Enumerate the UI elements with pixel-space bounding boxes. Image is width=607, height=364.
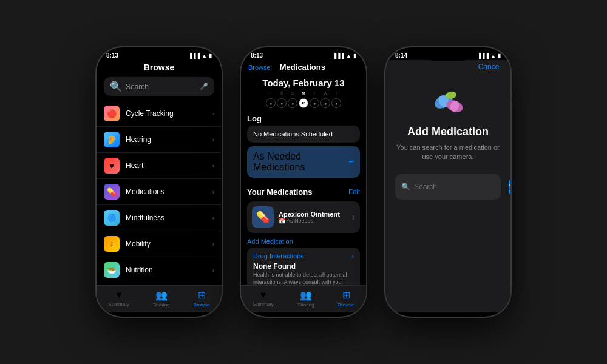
browse-title: Browse [97,60,222,77]
nutrition-label: Nutrition [126,266,212,274]
phone1-content: Browse 🔍 Search 🎤 🔴 Cycle Tracking › [97,60,222,312]
summary-label-2: Summary [253,302,274,307]
med-chevron: › [352,212,355,223]
med-name: Apexicon Ointment [279,211,347,218]
cal-dot-5[interactable]: ● [310,98,319,108]
add-medication-button[interactable]: Add Medication [247,235,360,248]
tab-bar-2: ♥ Summary 👥 Sharing ⊞ Browse [241,285,366,312]
nav-title-2: Medications [280,62,325,72]
search-icon-1: 🔍 [110,81,122,92]
search-input-3[interactable] [414,183,505,191]
browse-item-cycle-tracking[interactable]: 🔴 Cycle Tracking › [97,101,222,127]
tab-browse-1[interactable]: ⊞ Browse [194,289,210,308]
no-meds-label: No Medications Scheduled [253,130,333,138]
cal-dot-7[interactable]: ● [331,98,341,108]
status-icons-1: ▐▐▐ ▲ ▮ [188,53,212,59]
notch-2 [279,47,328,61]
camera-button[interactable]: 📷 [509,179,510,195]
summary-icon-2: ♥ [260,289,266,300]
cycle-tracking-label: Cycle Tracking [126,109,212,118]
cal-label-s1: S [277,91,287,95]
summary-icon: ♥ [116,289,122,300]
battery-icon-2: ▮ [353,53,356,59]
your-meds-header: Your Medications Edit [247,181,360,201]
battery-icon-3: ▮ [498,53,501,59]
tab-sharing-1[interactable]: 👥 Sharing [153,289,170,308]
cal-label-t2: T [331,91,341,95]
med-pill-icon: 💊 [252,206,274,228]
cal-dot-1[interactable]: ● [266,98,276,108]
none-found-desc: Health is not able to detect all potenti… [253,272,354,285]
phone-1-screen: 8:13 ▐▐▐ ▲ ▮ Browse 🔍 Search 🎤 🔴 [97,47,222,317]
tab-summary-2[interactable]: ♥ Summary [253,289,274,308]
cal-label-w: W [320,91,330,95]
back-button-2[interactable]: Browse [248,64,271,71]
add-med-title: Add Medication [407,126,489,138]
search-bar-3[interactable]: 🔍 📷 [395,174,501,200]
notch-1 [135,47,183,61]
browse-item-nutrition[interactable]: 🥗 Nutrition › [97,257,222,283]
phones-container: 8:13 ▐▐▐ ▲ ▮ Browse 🔍 Search 🎤 🔴 [95,46,512,318]
cal-label-s2: S [288,91,297,95]
none-found-title: None Found [253,262,354,271]
cal-dot-today[interactable]: 13 [299,98,308,108]
browse-item-mobility[interactable]: ↕ Mobility › [97,231,222,257]
drug-int-chevron: › [351,252,354,260]
phone-3-screen: 8:14 ▐▐▐ ▲ ▮ Cancel [385,47,510,317]
tab-summary-1[interactable]: ♥ Summary [109,289,129,308]
phone3-content: Cancel Add Medication You [385,60,510,312]
cancel-button[interactable]: Cancel [478,62,501,71]
add-med-desc: You can search for a medication or use y… [395,143,501,162]
medications-label: Medications [126,187,212,196]
chevron-icon: › [212,189,214,195]
med-scroll: Log No Medications Scheduled As Needed M… [241,110,366,285]
browse-item-medications[interactable]: 💊 Medications › [97,179,222,205]
as-needed-label: As Needed Medications [253,151,348,173]
sharing-label: Sharing [153,302,170,308]
as-needed-card[interactable]: As Needed Medications + [247,146,360,178]
status-icons-2: ▐▐▐ ▲ ▮ [333,53,356,59]
sharing-icon: 👥 [155,289,168,301]
summary-label: Summary [109,302,129,307]
battery-icon: ▮ [209,53,212,59]
phone-browse: 8:13 ▐▐▐ ▲ ▮ Browse 🔍 Search 🎤 🔴 [95,46,223,318]
tab-sharing-2[interactable]: 👥 Sharing [297,289,314,308]
signal-icon-3: ▐▐▐ [477,53,489,59]
browse-item-heart[interactable]: ♥ Heart › [97,153,222,179]
search-input-1[interactable]: Search [126,83,196,91]
wifi-icon-3: ▲ [490,53,496,59]
heart-label: Heart [126,161,212,170]
mindfulness-label: Mindfulness [126,214,212,222]
chevron-icon: › [212,241,214,248]
cal-dot-3[interactable]: ● [288,98,297,108]
edit-button[interactable]: Edit [348,188,360,195]
cal-dot-6[interactable]: ● [320,98,330,108]
drug-int-label: Drug Interactions [253,252,304,260]
mindfulness-icon: 🌀 [104,210,120,226]
browse-icon-2: ⊞ [342,289,350,301]
phone-add-medication: 8:14 ▐▐▐ ▲ ▮ Cancel [384,46,512,318]
med-info: Apexicon Ointment 📅 As Needed [279,211,347,224]
phone2-content: Browse Medications Today, February 13 F … [241,60,366,312]
calendar-inline-icon: 📅 [279,218,287,224]
cal-label-t1: T [310,91,319,95]
tab-browse-2[interactable]: ⊞ Browse [338,289,354,308]
browse-item-mindfulness[interactable]: 🌀 Mindfulness › [97,205,222,231]
browse-item-hearing[interactable]: 🦻 Hearing › [97,127,222,153]
medication-item-apexicon[interactable]: 💊 Apexicon Ointment 📅 As Needed › [247,201,360,233]
wifi-icon: ▲ [202,53,207,59]
cal-dot-2[interactable]: ● [277,98,287,108]
search-bar-1[interactable]: 🔍 Search 🎤 [104,77,214,96]
heart-icon: ♥ [104,158,120,174]
mobility-icon: ↕ [104,236,120,252]
chevron-icon: › [212,110,214,117]
no-meds-card: No Medications Scheduled [247,126,360,143]
add-icon[interactable]: + [348,157,354,167]
time-1: 8:13 [106,52,118,59]
hearing-icon: 🦻 [104,132,120,147]
drug-interactions-card[interactable]: Drug Interactions › None Found Health is… [247,248,360,285]
search-icon-3: 🔍 [401,183,410,191]
mic-icon[interactable]: 🎤 [200,83,208,90]
chevron-icon: › [212,136,214,143]
med-type: 📅 As Needed [279,218,347,224]
